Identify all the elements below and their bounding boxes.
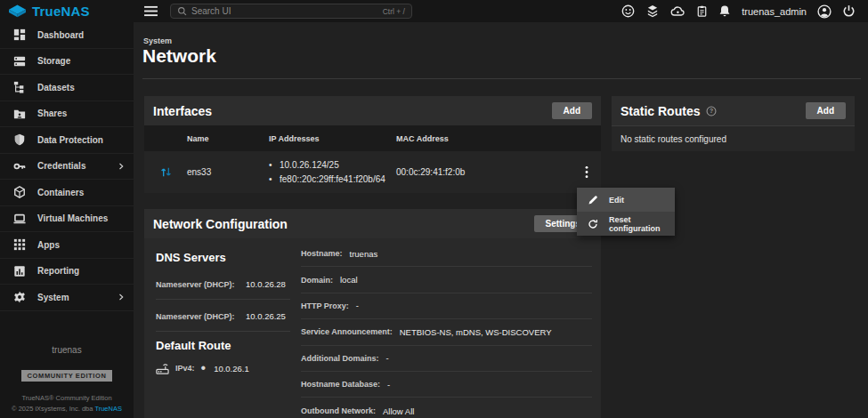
chevron-right-icon (118, 163, 125, 170)
network-config-header: Network Configuration Settings (144, 209, 601, 238)
sidebar-footer: truenas COMMUNITY EDITION TrueNAS® Commu… (0, 345, 134, 413)
sidebar-item-label: Shares (37, 109, 67, 118)
network-config-body: DNS Servers Nameserver (DHCP): 10.0.26.2… (144, 238, 601, 418)
copyright-line: © 2025 iXsystems, Inc. dba TrueNAS (0, 405, 134, 413)
detail-row-additional-domains: Additional Domains:- (301, 346, 592, 372)
gateway-value: 10.0.26.1 (214, 364, 249, 374)
interface-updown-icon (144, 165, 187, 179)
shield-icon (13, 133, 26, 146)
alerts-bell-icon[interactable] (718, 4, 731, 18)
detail-row-service-announcement: Service Announcement:NETBIOS-NS, mDNS, W… (301, 319, 592, 345)
pencil-icon (588, 195, 598, 205)
sidebar-item-label: Virtual Machines (37, 213, 108, 223)
detail-row-hostname-database: Hostname Database:- (301, 372, 592, 398)
sidebar-item-storage[interactable]: Storage (0, 49, 134, 76)
datasets-icon (13, 81, 26, 93)
interfaces-card: Interfaces Add Name IP Addresses MAC Add… (144, 96, 601, 193)
jobs-clipboard-icon[interactable] (696, 4, 708, 18)
sidebar-item-virtual-machines[interactable]: Virtual Machines (0, 206, 134, 233)
feedback-smiley-icon[interactable] (621, 4, 635, 18)
breadcrumb[interactable]: System (143, 36, 172, 45)
svg-text:?: ? (710, 108, 713, 114)
ip-address-item: fe80::20c:29ff:fe41:f20b/64 (269, 173, 396, 187)
help-icon[interactable]: ? (706, 106, 717, 117)
sidebar-item-label: Dashboard (37, 30, 84, 40)
truenas-logo[interactable]: TrueNAS (0, 4, 134, 19)
column-header-name: Name (187, 134, 269, 143)
bullet (201, 360, 207, 376)
interfaces-add-button[interactable]: Add (552, 102, 592, 119)
interface-ip-list: 10.0.26.124/25 fe80::20c:29ff:fe41:f20b/… (269, 158, 396, 186)
sidebar-item-label: Data Protection (37, 135, 103, 145)
interface-row-menu-icon[interactable] (585, 165, 588, 179)
menu-item-edit[interactable]: Edit (577, 188, 675, 212)
sidebar-item-label: Credentials (37, 161, 85, 171)
sidebar-item-data-protection[interactable]: Data Protection (0, 127, 134, 154)
detail-row-domain: Domain:local (301, 267, 592, 293)
sidebar-item-label: System (37, 293, 69, 302)
sidebar-item-system[interactable]: System (0, 285, 134, 311)
system-hostname: truenas (0, 345, 134, 355)
sidebar-item-label: Containers (37, 188, 84, 197)
default-route-row: IPv4: 10.0.26.1 (156, 360, 290, 376)
search-input[interactable] (191, 6, 383, 16)
edition-line: TrueNAS® Community Edition (0, 394, 134, 402)
interface-context-menu: Edit Reset configuration (577, 188, 675, 236)
copyright-text: © 2025 iXsystems, Inc. dba (12, 405, 94, 413)
shares-icon (13, 108, 26, 120)
search-shortcut-hint: Ctrl + / (383, 7, 405, 16)
interfaces-title: Interfaces (153, 104, 212, 118)
router-icon (156, 362, 169, 375)
username-label: truenas_admin (742, 6, 807, 17)
hamburger-menu-icon[interactable] (144, 5, 158, 17)
search-icon (177, 6, 187, 16)
refresh-icon (588, 219, 598, 229)
sidebar-item-credentials[interactable]: Credentials (0, 154, 134, 181)
truenas-link[interactable]: TrueNAS (94, 405, 122, 413)
sidebar-item-label: Reporting (37, 266, 79, 276)
network-config-title: Network Configuration (153, 217, 288, 231)
sidebar-item-shares[interactable]: Shares (0, 101, 134, 128)
interfaces-card-header: Interfaces Add (144, 96, 601, 125)
bar-chart-icon (13, 265, 26, 277)
menu-item-label: Edit (609, 196, 624, 205)
apps-grid-icon (13, 238, 26, 251)
topbar-actions: truenas_admin (621, 4, 868, 19)
static-routes-add-button[interactable]: Add (806, 102, 846, 119)
dns-servers-heading: DNS Servers (156, 251, 290, 264)
sidebar-item-apps[interactable]: Apps (0, 232, 134, 259)
interface-mac: 00:0c:29:41:f2:0b (396, 167, 539, 177)
key-icon (13, 160, 26, 173)
sidebar-item-dashboard[interactable]: Dashboard (0, 22, 134, 49)
menu-item-reset-configuration[interactable]: Reset configuration (577, 212, 675, 236)
static-routes-title: Static Routes (621, 104, 700, 118)
default-route-heading: Default Route (156, 339, 290, 352)
user-avatar-icon[interactable] (817, 4, 831, 19)
sidebar-item-datasets[interactable]: Datasets (0, 75, 134, 101)
community-edition-badge: COMMUNITY EDITION (21, 370, 113, 382)
truecommand-cloud-icon[interactable] (670, 4, 685, 18)
title-divider (142, 78, 861, 79)
sidebar-nav: Dashboard Storage Datasets Shares Data P… (0, 22, 134, 418)
topbar: TrueNAS Ctrl + / truenas_admin (0, 0, 868, 22)
interface-row-ens33[interactable]: ens33 10.0.26.124/25 fe80::20c:29ff:fe41… (144, 151, 601, 193)
storage-icon (13, 55, 26, 68)
search-bar[interactable]: Ctrl + / (170, 4, 412, 19)
dns-value: 10.0.26.28 (246, 279, 286, 289)
dns-entry: Nameserver (DHCP): 10.0.26.25 (156, 300, 290, 332)
sidebar-item-label: Apps (37, 240, 60, 250)
sidebar-item-reporting[interactable]: Reporting (0, 259, 134, 285)
interface-name: ens33 (187, 167, 269, 177)
ipv4-label: IPv4: (175, 364, 195, 373)
truenas-logo-icon (9, 4, 26, 19)
brand-name: TrueNAS (32, 4, 90, 19)
chevron-right-icon (118, 293, 125, 301)
truenas-status-icon[interactable] (645, 4, 660, 18)
sidebar-item-containers[interactable]: Containers (0, 180, 134, 206)
power-icon[interactable] (842, 4, 856, 18)
dns-value: 10.0.26.25 (246, 311, 286, 321)
interfaces-table-header: Name IP Addresses MAC Address (144, 125, 601, 151)
static-routes-card: Static Routes ? Add No static routes con… (612, 96, 855, 151)
sidebar-item-label: Storage (37, 56, 70, 66)
network-config-left-column: DNS Servers Nameserver (DHCP): 10.0.26.2… (144, 238, 294, 418)
